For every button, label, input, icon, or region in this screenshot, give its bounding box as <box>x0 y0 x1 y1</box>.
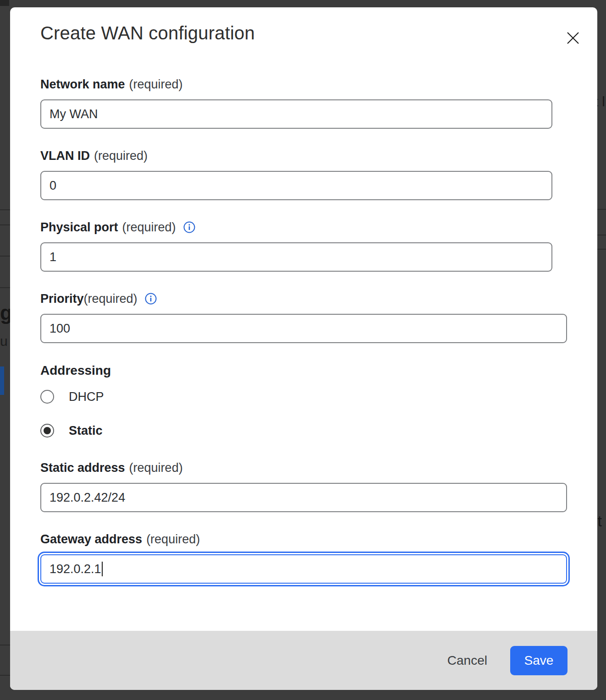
physical-port-input[interactable] <box>40 242 552 272</box>
radio-dhcp-label: DHCP <box>69 390 104 404</box>
static-address-input[interactable] <box>40 483 567 512</box>
background-text-fragment: t <box>598 512 602 530</box>
info-icon[interactable] <box>183 221 195 233</box>
network-name-label: Network name (required) <box>40 77 567 92</box>
vlan-id-input[interactable] <box>40 171 552 200</box>
background-divider <box>0 224 10 225</box>
dialog-title: Create WAN configuration <box>40 22 567 44</box>
info-icon[interactable] <box>145 293 157 305</box>
background-divider <box>597 249 606 250</box>
static-address-field-group: Static address (required) <box>40 460 567 512</box>
network-name-field-group: Network name (required) <box>40 77 567 129</box>
gateway-address-label: Gateway address (required) <box>40 532 567 547</box>
priority-input[interactable] <box>40 314 567 343</box>
background-divider <box>0 645 10 645</box>
radio-option-static[interactable]: Static <box>40 423 567 438</box>
physical-port-label: Physical port (required) <box>40 220 567 235</box>
background-divider <box>0 209 10 210</box>
background-text-fragment: u <box>0 334 8 349</box>
background-divider <box>597 235 606 235</box>
gateway-address-value: 192.0.2.1 <box>50 562 101 576</box>
radio-static-label: Static <box>69 424 103 438</box>
gateway-address-field-group: Gateway address (required) 192.0.2.1 <box>40 532 567 584</box>
vlan-id-field-group: VLAN ID (required) <box>40 148 567 200</box>
vlan-id-label: VLAN ID (required) <box>40 148 567 163</box>
radio-option-dhcp[interactable]: DHCP <box>40 389 567 404</box>
priority-field-group: Priority (required) <box>40 291 567 343</box>
physical-port-field-group: Physical port (required) <box>40 220 567 272</box>
cancel-button[interactable]: Cancel <box>436 647 498 674</box>
priority-label: Priority (required) <box>40 291 567 306</box>
background-divider <box>0 287 10 288</box>
save-button[interactable]: Save <box>510 646 567 675</box>
background-divider <box>0 675 10 676</box>
background-fragment <box>0 0 9 6</box>
background-divider <box>0 256 10 257</box>
background-fragment <box>0 366 4 395</box>
radio-unselected-icon <box>40 390 54 404</box>
gateway-address-input[interactable]: 192.0.2.1 <box>40 554 567 584</box>
background-divider <box>597 209 606 210</box>
radio-selected-icon <box>40 424 54 438</box>
dialog-footer: Cancel Save <box>10 631 597 690</box>
addressing-heading: Addressing <box>40 363 567 378</box>
addressing-section: Addressing DHCP Static <box>40 363 567 438</box>
create-wan-configuration-dialog: Create WAN configuration Network name (r… <box>10 7 597 690</box>
static-address-label: Static address (required) <box>40 460 567 475</box>
text-cursor <box>102 562 103 576</box>
network-name-input[interactable] <box>40 99 552 129</box>
